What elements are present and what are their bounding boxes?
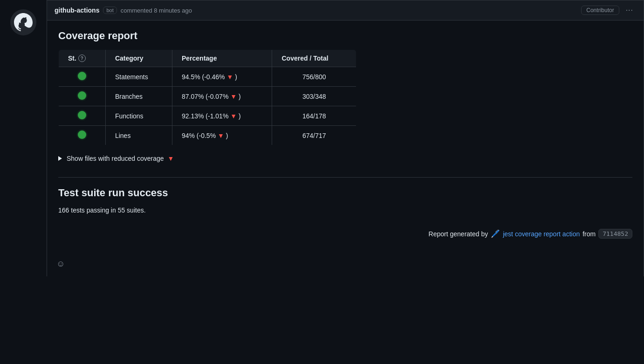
down-arrow-icon: ▼	[230, 93, 237, 100]
col-header-category: Category	[105, 50, 172, 67]
more-options-button[interactable]: ···	[623, 5, 636, 15]
smiley-icon: ☺	[56, 259, 65, 269]
percentage-cell: 92.13% (-1.01% ▼ )	[172, 106, 272, 126]
table-row: Statements94.5% (-0.46% ▼ )756/800	[59, 67, 356, 87]
comment-timestamp: commented 8 minutes ago	[121, 7, 192, 14]
comment-header: github-actions bot commented 8 minutes a…	[47, 0, 644, 21]
percentage-cell: 94% (-0.5% ▼ )	[172, 126, 272, 145]
coverage-report-title: Coverage report	[58, 30, 632, 42]
category-cell: Lines	[105, 126, 172, 145]
show-files-label: Show files with reduced coverage	[67, 155, 164, 162]
st-label: St.	[68, 55, 76, 62]
category-cell: Functions	[105, 106, 172, 126]
covered-total-cell: 164/178	[272, 106, 356, 126]
report-footer: Report generated by 🖊️ jest coverage rep…	[58, 229, 632, 239]
status-cell	[59, 87, 106, 106]
status-cell	[59, 126, 106, 145]
category-cell: Statements	[105, 67, 172, 87]
down-arrow-icon: ▼	[226, 73, 233, 81]
col-header-covered: Covered / Total	[272, 50, 356, 67]
test-suite-title: Test suite run success	[58, 177, 632, 199]
covered-total-cell: 756/800	[272, 67, 356, 87]
table-row: Branches87.07% (-0.07% ▼ )303/348	[59, 87, 356, 106]
comment-body: Coverage report St. ? Category Percentag…	[47, 21, 644, 254]
category-cell: Branches	[105, 87, 172, 106]
contributor-badge: Contributor	[581, 6, 619, 15]
status-dot	[78, 91, 86, 100]
status-help-icon[interactable]: ?	[78, 55, 86, 62]
show-files-arrow: ▼	[168, 155, 174, 162]
expand-icon	[58, 156, 62, 161]
down-arrow-icon: ▼	[230, 112, 237, 120]
percentage-cell: 94.5% (-0.46% ▼ )	[172, 67, 272, 87]
coverage-table: St. ? Category Percentage Covered / Tota…	[58, 49, 356, 145]
status-dot	[78, 130, 86, 139]
from-text: from	[582, 230, 596, 238]
test-count-text: 166 tests passing in 55 suites.	[58, 206, 632, 214]
down-arrow-icon: ▼	[218, 132, 224, 139]
status-dot	[78, 72, 86, 80]
covered-total-cell: 674/717	[272, 126, 356, 145]
jest-coverage-link[interactable]: jest coverage report action	[503, 230, 580, 238]
pencil-icon: 🖊️	[491, 229, 500, 238]
status-cell	[59, 67, 106, 87]
percentage-cell: 87.07% (-0.07% ▼ )	[172, 87, 272, 106]
status-dot	[78, 111, 86, 119]
status-cell	[59, 106, 106, 126]
commit-hash: 7114852	[598, 229, 632, 239]
table-row: Lines94% (-0.5% ▼ )674/717	[59, 126, 356, 145]
add-reaction-button[interactable]: ☺	[55, 257, 67, 271]
comment-reactions: ☺	[47, 254, 644, 276]
covered-total-cell: 303/348	[272, 87, 356, 106]
author-avatar	[10, 9, 36, 35]
table-row: Functions92.13% (-1.01% ▼ )164/178	[59, 106, 356, 126]
col-header-status: St. ?	[59, 50, 106, 67]
col-header-percentage: Percentage	[172, 50, 272, 67]
bot-badge: bot	[103, 7, 116, 14]
author-name: github-actions	[55, 7, 99, 14]
show-files-row[interactable]: Show files with reduced coverage ▼	[58, 155, 632, 162]
report-generated-text: Report generated by	[429, 230, 488, 238]
